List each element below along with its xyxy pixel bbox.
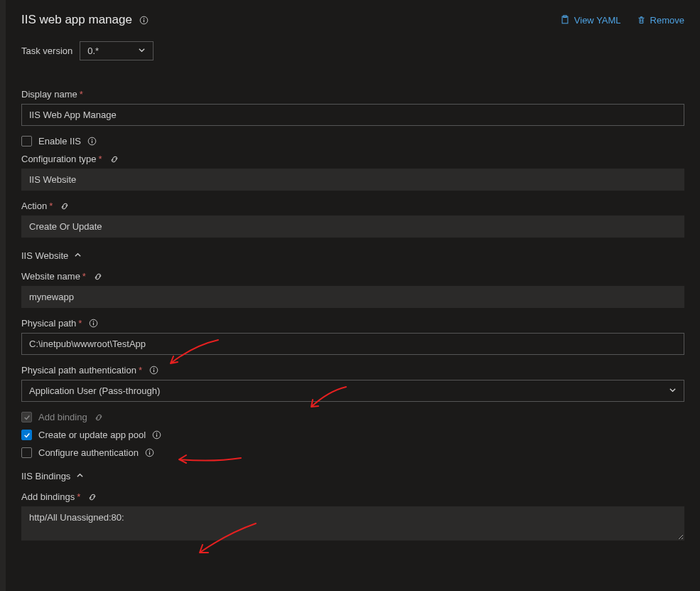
info-icon[interactable] <box>149 366 158 375</box>
configure-auth-checkbox[interactable] <box>21 447 32 458</box>
trash-icon <box>637 16 646 25</box>
remove-button[interactable]: Remove <box>637 15 684 26</box>
add-binding-label: Add binding <box>38 412 87 422</box>
info-icon[interactable] <box>89 319 98 328</box>
clipboard-icon <box>560 15 570 25</box>
physical-path-input[interactable] <box>21 333 684 355</box>
link-icon[interactable] <box>87 492 97 502</box>
view-yaml-label: View YAML <box>574 15 621 26</box>
link-icon[interactable] <box>93 272 103 282</box>
svg-rect-10 <box>93 323 94 326</box>
action-select[interactable]: Create Or Update <box>21 215 684 238</box>
configure-auth-label: Configure authentication <box>38 447 139 458</box>
section-iis-bindings[interactable]: IIS Bindings <box>21 471 684 481</box>
required-marker: * <box>49 201 53 211</box>
svg-point-18 <box>149 450 150 451</box>
info-icon[interactable] <box>139 16 149 25</box>
svg-rect-16 <box>156 435 157 437</box>
chevron-down-icon <box>138 46 146 56</box>
required-marker: * <box>99 154 102 164</box>
config-type-label: Configuration type <box>21 154 97 164</box>
enable-iis-checkbox[interactable] <box>21 136 32 147</box>
section-title: IIS Website <box>21 250 68 261</box>
view-yaml-button[interactable]: View YAML <box>560 15 621 26</box>
chevron-down-icon <box>669 385 677 396</box>
link-icon[interactable] <box>60 201 70 211</box>
section-iis-website[interactable]: IIS Website <box>21 250 684 261</box>
svg-point-15 <box>156 432 157 433</box>
website-name-value: mynewapp <box>29 292 74 302</box>
display-name-input[interactable] <box>21 104 684 126</box>
enable-iis-label: Enable IIS <box>38 136 81 147</box>
info-icon[interactable] <box>145 448 154 457</box>
config-type-select[interactable]: IIS Website <box>21 169 684 191</box>
physical-path-label: Physical path <box>21 318 76 329</box>
svg-point-9 <box>93 321 94 321</box>
svg-rect-19 <box>149 452 150 455</box>
required-marker: * <box>78 318 82 329</box>
action-label: Action <box>21 201 47 211</box>
link-icon[interactable] <box>109 154 119 164</box>
svg-rect-7 <box>92 141 92 144</box>
link-icon[interactable] <box>94 412 104 422</box>
create-app-pool-checkbox[interactable] <box>21 430 32 440</box>
task-version-select[interactable]: 0.* <box>80 41 154 60</box>
page-title: IIS web app manage <box>21 13 132 27</box>
physical-path-auth-select[interactable]: Application User (Pass-through) <box>21 380 684 402</box>
header: IIS web app manage View YAML Remove <box>21 13 684 27</box>
info-icon[interactable] <box>87 137 97 146</box>
chevron-up-icon <box>76 471 84 481</box>
task-version-label: Task version <box>21 46 72 56</box>
add-binding-checkbox <box>21 412 32 422</box>
info-icon[interactable] <box>152 430 161 440</box>
website-name-label: Website name <box>21 271 80 282</box>
task-version-value: 0.* <box>87 46 99 56</box>
svg-rect-2 <box>144 19 144 22</box>
display-name-label: Display name <box>21 89 77 100</box>
chevron-up-icon <box>74 250 82 261</box>
physical-path-auth-value: Application User (Pass-through) <box>29 385 160 396</box>
physical-path-auth-label: Physical path authentication <box>21 365 136 376</box>
website-name-input[interactable]: mynewapp <box>21 286 684 308</box>
required-marker: * <box>77 491 80 502</box>
add-bindings-textarea[interactable] <box>21 506 684 541</box>
required-marker: * <box>82 271 86 282</box>
svg-point-12 <box>154 368 154 368</box>
action-value: Create Or Update <box>29 221 102 232</box>
remove-label: Remove <box>650 15 684 26</box>
required-marker: * <box>139 365 142 376</box>
add-bindings-label: Add bindings <box>21 491 75 502</box>
required-marker: * <box>80 89 83 100</box>
config-type-value: IIS Website <box>29 174 76 185</box>
svg-point-1 <box>144 18 144 18</box>
svg-rect-13 <box>154 370 154 373</box>
section-title: IIS Bindings <box>21 471 70 481</box>
svg-point-6 <box>92 139 92 139</box>
create-app-pool-label: Create or update app pool <box>38 430 146 440</box>
